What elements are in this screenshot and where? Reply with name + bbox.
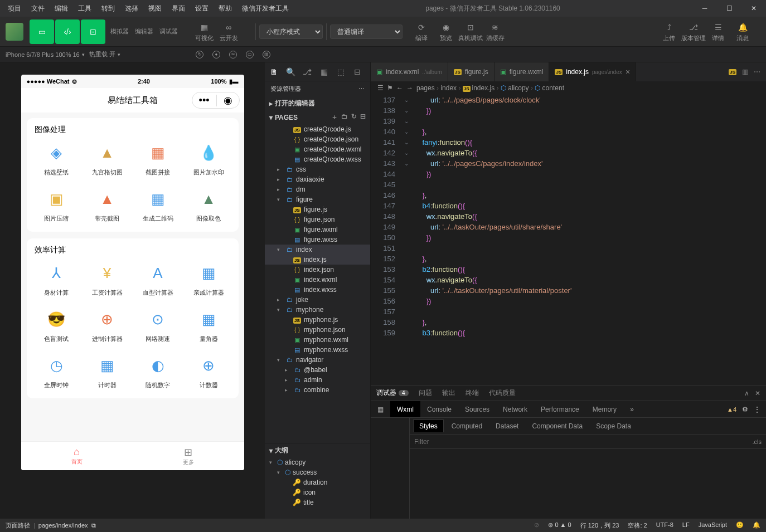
panel-icon[interactable]: ▥: [263, 51, 270, 58]
tree-file[interactable]: JSindex.js: [265, 255, 370, 265]
menu-设置[interactable]: 设置: [191, 2, 213, 16]
editor-tab[interactable]: JSfigure.js: [448, 62, 494, 81]
console-tab[interactable]: Console: [420, 401, 458, 417]
lang[interactable]: JavaScript: [699, 521, 727, 530]
breadcrumb[interactable]: ☰ ⚑ ← → pages › index › JSindex.js › ⬡ a…: [371, 81, 766, 95]
maximize-button[interactable]: ☐: [717, 0, 741, 17]
tree-file[interactable]: ▣myphone.wxml: [265, 335, 370, 345]
outline-item[interactable]: 🔑 icon: [265, 487, 370, 497]
capsule-close-icon[interactable]: ◉: [217, 94, 239, 106]
dataset-tab[interactable]: Dataset: [490, 420, 524, 432]
tree-file[interactable]: ▣index.wxml: [265, 275, 370, 285]
grid-item[interactable]: ▣图片压缩: [31, 188, 82, 223]
minimize-button[interactable]: ─: [692, 0, 717, 17]
grid-item[interactable]: ⊕计数器: [183, 354, 234, 389]
menu-视图[interactable]: 视图: [144, 2, 166, 16]
memory-tab[interactable]: Memory: [586, 401, 623, 417]
editor-tab[interactable]: ▣figure.wxml: [494, 62, 550, 81]
tree-folder[interactable]: ▸🗀css: [265, 164, 370, 174]
debugger-tab[interactable]: 调试器4: [376, 386, 409, 400]
cursor-pos[interactable]: 行 120，列 23: [580, 521, 619, 530]
grid-item[interactable]: ¥工资计算器: [82, 262, 133, 297]
menu-帮助[interactable]: 帮助: [214, 2, 236, 16]
wxml-tab[interactable]: Wxml: [390, 401, 420, 417]
sources-tab[interactable]: Sources: [458, 401, 496, 417]
mode-select[interactable]: 小程序模式: [259, 25, 323, 39]
menu-微信开发者工具[interactable]: 微信开发者工具: [237, 2, 293, 16]
outline-item[interactable]: ▾⬡ alicopy: [265, 457, 370, 467]
bc-bookmark-icon[interactable]: ⚑: [387, 84, 393, 92]
outline-item[interactable]: 🔑 title: [265, 497, 370, 507]
grid-item[interactable]: ▦截图拼接: [133, 141, 183, 177]
menu-工具[interactable]: 工具: [74, 2, 96, 16]
tree-file[interactable]: ▤figure.wxss: [265, 235, 370, 245]
outline-header[interactable]: ▾大纲: [265, 443, 370, 457]
explorer-icon[interactable]: 🗎: [267, 65, 280, 79]
menu-编辑[interactable]: 编辑: [50, 2, 72, 16]
component-data-tab[interactable]: Component Data: [526, 420, 588, 432]
simulator-toggle[interactable]: ▭: [30, 19, 54, 44]
cut-icon[interactable]: ✂: [229, 51, 237, 58]
menu-转到[interactable]: 转到: [97, 2, 119, 16]
terminal-tab[interactable]: 终端: [466, 386, 479, 400]
new-folder-icon[interactable]: 🗀: [341, 113, 348, 122]
grid-item[interactable]: ▦亲戚计算器: [183, 262, 234, 297]
new-file-icon[interactable]: ＋: [331, 113, 338, 122]
tabbar-item[interactable]: ⌂首页: [21, 442, 133, 470]
grid-item[interactable]: A血型计算器: [133, 262, 183, 297]
problems-tab[interactable]: 问题: [419, 386, 432, 400]
capsule-menu-icon[interactable]: •••: [192, 95, 217, 106]
feedback-icon[interactable]: 🙂: [736, 521, 744, 530]
tree-folder[interactable]: ▸🗀combine: [265, 385, 370, 395]
grid-item[interactable]: ▦生成二维码: [133, 188, 183, 223]
tree-folder[interactable]: ▸🗀dm: [265, 184, 370, 194]
encoding[interactable]: UTF-8: [656, 521, 673, 530]
ext-icon[interactable]: ▦: [317, 65, 331, 79]
hot-reload-toggle[interactable]: 热重载 开 ▾: [89, 50, 120, 58]
cube-icon[interactable]: ⬚: [334, 65, 347, 79]
debugger-toggle[interactable]: ⊡: [81, 19, 105, 44]
message-button[interactable]: 🔔消息: [730, 19, 755, 44]
tree-folder[interactable]: ▸🗀joke: [265, 295, 370, 305]
menu-界面[interactable]: 界面: [167, 2, 190, 16]
status-cancel-icon[interactable]: ⊘: [534, 521, 539, 530]
tree-file[interactable]: ▤index.wxss: [265, 285, 370, 295]
search-icon[interactable]: 🔍: [284, 65, 297, 79]
editor-toggle[interactable]: ‹/›: [55, 19, 80, 44]
warning-badge[interactable]: ▲4: [727, 406, 736, 413]
phone-content[interactable]: 图像处理◈精选壁纸▲九宫格切图▦截图拼接💧图片加水印▣图片压缩▲带壳截图▦生成二…: [21, 113, 244, 441]
collapse-icon[interactable]: ⊟: [360, 113, 366, 122]
grid-item[interactable]: ⅄身材计算: [31, 262, 82, 297]
tree-file[interactable]: ▤createQrcode.wxss: [265, 154, 370, 164]
status-warn-icon[interactable]: ⊗ 0 ▲ 0: [548, 521, 571, 530]
db-icon[interactable]: ⊟: [351, 65, 364, 79]
editor-js-icon[interactable]: JS: [729, 69, 736, 75]
tabbar-item[interactable]: ⊞更多: [133, 442, 244, 470]
record-icon[interactable]: ●: [212, 51, 220, 58]
quality-tab[interactable]: 代码质量: [489, 386, 516, 400]
tree-file[interactable]: { }myphone.json: [265, 325, 370, 335]
editor-tab[interactable]: JSindex.jspages\index×: [549, 62, 636, 81]
bell-icon[interactable]: 🔔: [753, 521, 760, 530]
grid-item[interactable]: ▲九宫格切图: [82, 141, 133, 177]
close-button[interactable]: ✕: [741, 0, 766, 17]
bc-nav-icon[interactable]: ☰: [377, 84, 384, 92]
spaces[interactable]: 空格: 2: [628, 521, 647, 530]
tree-file[interactable]: ▣figure.wxml: [265, 224, 370, 235]
devtools-menu-icon[interactable]: ▦: [371, 401, 390, 417]
menu-选择[interactable]: 选择: [120, 2, 143, 16]
filter-input[interactable]: [414, 438, 753, 446]
outline-item[interactable]: ▾⬡ success: [265, 467, 370, 477]
page-path[interactable]: pages/index/index: [38, 522, 88, 529]
code-editor[interactable]: 137 138 139 140 141 142 143 144 145 146 …: [371, 95, 766, 385]
tree-folder[interactable]: ▾🗀navigator: [265, 355, 370, 365]
tree-file[interactable]: ▣createQrcode.wxml: [265, 144, 370, 154]
eol[interactable]: LF: [682, 521, 690, 530]
grid-item[interactable]: ◐随机数字: [133, 354, 183, 389]
devtools-dots-icon[interactable]: ⋮: [754, 406, 760, 413]
page-path-label[interactable]: 页面路径: [6, 521, 30, 530]
project-header[interactable]: ▾PAGES ＋ 🗀 ↻ ⊟: [265, 110, 370, 124]
device-select[interactable]: iPhone 6/7/8 Plus 100% 16 ▾: [6, 51, 85, 58]
devtools-more-icon[interactable]: »: [623, 401, 641, 417]
menu-文件[interactable]: 文件: [27, 2, 49, 16]
